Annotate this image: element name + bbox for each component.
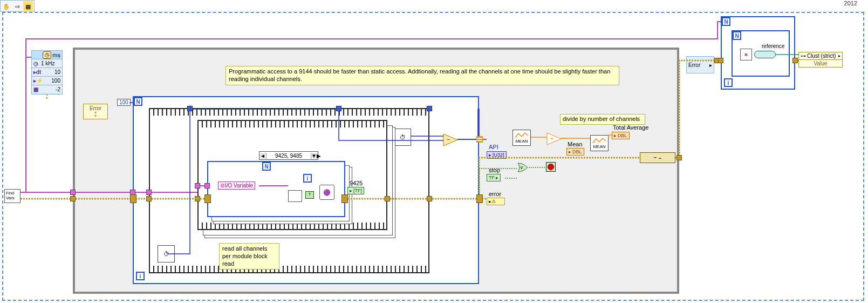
selector-value: 9425, 9485 <box>266 153 311 159</box>
indicator-9425-label: 9425 <box>350 180 363 186</box>
tunnel <box>195 196 200 201</box>
stop-control[interactable]: TF▸ <box>487 174 501 181</box>
error-cluster-left[interactable]: Error ▾▾ <box>83 104 108 119</box>
tunnel <box>146 196 152 201</box>
tunnel <box>718 58 723 63</box>
timed-loop-config[interactable]: ◷ ms ◷1 kHz ▸dt10 ▸⚡100 ▦-2 ▾▾ <box>31 50 63 95</box>
link-icon: ⊶ <box>801 53 806 59</box>
tunnel <box>385 196 390 201</box>
for-loop-right-inner-N: N <box>733 31 741 40</box>
merge-node[interactable]: ⫟⫠ <box>640 152 675 163</box>
svg-text:−: − <box>447 136 450 143</box>
comment-read-all: read all channels per module block read <box>219 243 279 270</box>
tunnel <box>70 190 76 195</box>
for-loop-outer-i: i <box>136 272 145 280</box>
total-avg-indicator[interactable]: ▸DBL <box>612 132 630 139</box>
expand-arrows-icon[interactable]: ▾▾ <box>32 93 62 100</box>
selector-prev-icon[interactable]: ◄ <box>259 153 266 159</box>
comment-divide: divide by number of channels <box>560 114 645 125</box>
error-out-label: error <box>489 191 501 197</box>
tunnel <box>427 106 432 111</box>
tunnel <box>204 183 210 188</box>
shift-register <box>476 194 483 203</box>
tunnel <box>70 196 76 201</box>
svg-marker-3 <box>547 133 561 145</box>
prop-node-class: Clust (strict) <box>807 53 836 59</box>
mean-vi-1[interactable]: MEAN <box>512 130 531 146</box>
stopwatch-icon: ⏱ <box>163 251 169 257</box>
close-reference-node[interactable]: × <box>740 49 752 60</box>
tick-count-end-vi[interactable]: ⏱ <box>394 129 411 146</box>
for-loop-right-N: N <box>722 17 730 26</box>
reference-label: reference <box>762 43 784 49</box>
shift-register <box>341 194 348 203</box>
tunnel <box>792 58 798 63</box>
property-node[interactable]: ⊶ Clust (strict) ▸ Value <box>798 52 843 68</box>
selector-next-icon[interactable]: ▼▶ <box>311 153 318 159</box>
pan-tool-icon[interactable]: ✋ <box>2 1 11 12</box>
var-read-node[interactable]: 🟣 <box>319 185 334 200</box>
tools-palette: ✋ ⇨ ▦ <box>0 0 35 12</box>
for-loop-inner-N: N <box>262 162 271 171</box>
stopwatch-icon: ⏱ <box>400 134 406 140</box>
total-avg-label: Total Average <box>613 124 648 131</box>
shift-register <box>130 194 136 203</box>
shift-register <box>204 194 211 203</box>
timed-rate-row[interactable]: ◷1 kHz <box>32 59 62 68</box>
indicator-9425[interactable]: ▸[TF] <box>347 187 364 194</box>
mean-vi-2[interactable]: MEAN <box>590 135 609 151</box>
tunnel <box>336 106 341 111</box>
for-loop-outer-N: N <box>134 97 142 106</box>
tick-count-start-vi[interactable]: ⏱ <box>158 245 175 262</box>
stop-label: stop <box>489 167 500 173</box>
comment-main: Programmatic access to a 9144 should be … <box>225 66 619 85</box>
tunnel <box>195 183 200 188</box>
chevron-icon: ▸ <box>838 53 840 58</box>
tunnel <box>427 196 432 201</box>
io-variable-constant[interactable]: ⚙I/O Variable <box>218 181 255 190</box>
tunnel <box>187 106 193 111</box>
svg-text:÷: ÷ <box>550 135 553 142</box>
reference-control[interactable] <box>754 51 776 58</box>
timed-dt-row[interactable]: ▸dt10 <box>32 68 62 77</box>
mean-indicator[interactable]: ▸DBL <box>566 148 584 156</box>
block-diagram: ✋ ⇨ ▦ 2012 ◷ ms ◷1 kHz ▸dt10 ▸⚡100 ▦-2 ▾… <box>0 0 868 303</box>
svg-text:∨: ∨ <box>520 165 523 170</box>
bool-constant-true[interactable]: T <box>305 191 314 199</box>
auto-index-tunnel <box>476 136 483 143</box>
for-loop-right-i: i <box>724 78 733 87</box>
svg-marker-0 <box>443 134 457 146</box>
arrow-tool-icon[interactable]: ⇨ <box>12 1 22 12</box>
error-out-indicator[interactable]: ▸⚠ <box>487 198 505 205</box>
tunnel <box>676 155 682 160</box>
year-label: 2012 <box>843 0 858 6</box>
timed-priority-row[interactable]: ▸⚡100 <box>32 77 62 85</box>
api-indicator[interactable]: ▸[U32] <box>487 151 507 159</box>
find-vars-subvi[interactable]: Find Vars <box>4 189 20 203</box>
clock-icon: ◷ <box>43 51 51 59</box>
tunnel <box>146 190 152 195</box>
timed-unit: ms <box>52 52 60 58</box>
api-label: API <box>489 144 498 150</box>
loop-count-constant[interactable]: 100 <box>117 99 131 106</box>
divide-node[interactable]: ÷ <box>547 133 561 145</box>
while-stop-terminal[interactable] <box>546 162 556 172</box>
for-loop-inner-i: i <box>303 174 312 183</box>
highlight-tool-icon[interactable]: ▦ <box>23 1 33 12</box>
stacked-seq-selector[interactable]: ◄ 9425, 9485 ▼▶ <box>259 151 318 160</box>
right-error-row: Error▸ <box>687 57 714 73</box>
subtract-node[interactable]: − <box>443 134 457 146</box>
mean-indicator-label: Mean <box>568 141 583 147</box>
timed-loop-right-node[interactable]: Error▸ <box>686 56 714 73</box>
var-open-node[interactable] <box>288 190 302 202</box>
prop-node-item[interactable]: Value <box>799 60 842 67</box>
or-node[interactable]: ∨ <box>517 162 529 173</box>
